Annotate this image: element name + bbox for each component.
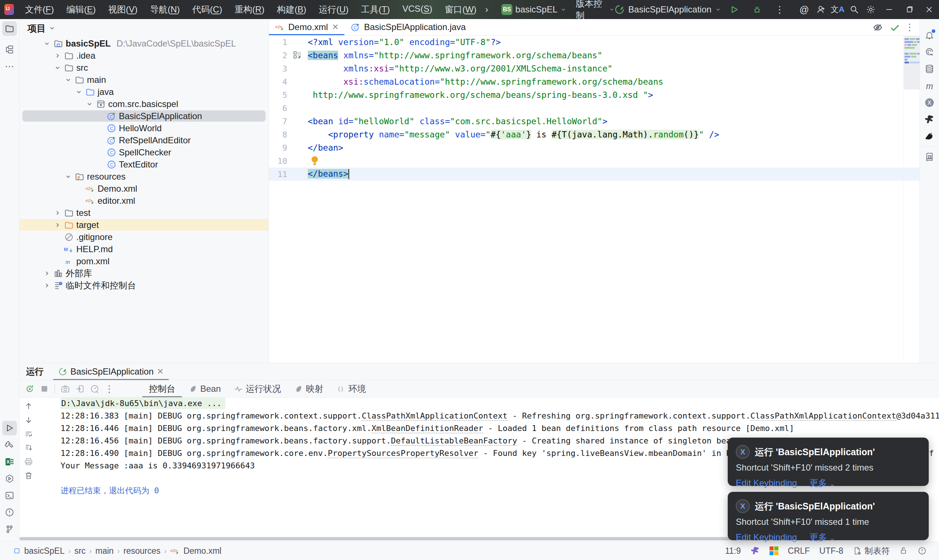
tree-item-.idea[interactable]: .idea xyxy=(19,49,268,62)
ai-assistant-button[interactable] xyxy=(922,45,937,59)
arrow-up-icon[interactable] xyxy=(24,402,33,411)
chevron-down-icon[interactable] xyxy=(85,100,94,108)
breadcrumb-item[interactable]: Demo.xml xyxy=(183,546,222,556)
console-class-link[interactable]: XmlBeanDefinitionReader xyxy=(372,424,483,433)
key-promoter-x-button[interactable]: X xyxy=(922,95,937,110)
close-icon[interactable]: ✕ xyxy=(157,367,163,376)
line-ending-widget[interactable]: CRLF xyxy=(788,546,810,556)
code-line-2[interactable]: 2<beans xmlns="http://www.springframewor… xyxy=(269,49,920,62)
tree-item-spellchecker[interactable]: CSpellChecker xyxy=(19,146,268,158)
commit-tool-button[interactable] xyxy=(2,42,17,57)
run-tool-button[interactable] xyxy=(2,421,17,435)
tree-item-test[interactable]: test xyxy=(19,207,268,219)
edit-keybinding-link[interactable]: Edit Keybinding xyxy=(736,532,797,542)
unlock-icon[interactable] xyxy=(899,546,908,555)
menu-item-1[interactable]: 编辑(E) xyxy=(61,2,101,17)
scroll-to-end-icon[interactable] xyxy=(24,443,33,452)
code-line-5[interactable]: 5 http://www.springframework.org/schema/… xyxy=(269,88,920,102)
gauge-button[interactable] xyxy=(87,382,102,396)
menu-overflow-chevron-icon[interactable]: › xyxy=(482,3,492,16)
hide-highlights-eye-icon[interactable] xyxy=(873,22,883,32)
chevron-right-icon[interactable] xyxy=(54,209,62,217)
camera-button[interactable] xyxy=(58,382,72,396)
database-button[interactable] xyxy=(922,62,937,76)
ai-at-button[interactable]: @ xyxy=(796,2,813,17)
project-widget[interactable]: BS basicSpEL xyxy=(501,4,566,15)
run-button[interactable] xyxy=(725,2,744,17)
tree-item-resources[interactable]: resources xyxy=(19,171,268,183)
menu-item-4[interactable]: 代码(C) xyxy=(187,2,227,17)
intention-bulb-icon[interactable] xyxy=(311,155,319,166)
print-icon[interactable] xyxy=(24,457,33,466)
code-line-1[interactable]: 1<?xml version="1.0" encoding="UTF-8"?> xyxy=(269,35,920,49)
chevron-down-icon[interactable] xyxy=(54,64,62,72)
more-link[interactable]: 更多 ⌄ xyxy=(809,531,835,543)
console-class-link[interactable]: DefaultListableBeanFactory xyxy=(391,436,517,446)
stop-button[interactable] xyxy=(37,382,52,396)
tree-item-basicspel[interactable]: basicSpELD:\JavaCode\SpEL\basicSpEL xyxy=(19,37,268,49)
code-line-8[interactable]: 8 <property name="message" value="#{'aaa… xyxy=(269,128,920,141)
code-line-4[interactable]: 4 xsi:schemaLocation="http://www.springf… xyxy=(269,75,920,88)
terminal-tool-button[interactable] xyxy=(2,488,17,503)
editor-tab-basicspelapplication.java[interactable]: CBasicSpElApplication.java xyxy=(344,19,472,35)
notifications-bell-button[interactable] xyxy=(922,28,937,43)
project-tool-button[interactable] xyxy=(2,21,17,36)
search-everywhere-button[interactable] xyxy=(846,2,863,17)
translation-plugin-button[interactable] xyxy=(922,112,937,127)
rerun-button[interactable] xyxy=(22,382,37,396)
tree-item--[interactable]: 临时文件和控制台 xyxy=(19,279,268,291)
breadcrumb-item[interactable]: main xyxy=(96,546,114,556)
menu-item-9[interactable]: VCS(S) xyxy=(397,2,437,17)
menu-item-7[interactable]: 运行(U) xyxy=(314,2,354,17)
editor-tabs-more-icon[interactable]: ⋮ xyxy=(905,22,914,33)
code-with-me-button[interactable] xyxy=(813,2,830,17)
no-problems-check-icon[interactable] xyxy=(890,22,900,33)
menu-item-8[interactable]: 工具(T) xyxy=(356,2,395,17)
translate-button[interactable]: 文A xyxy=(830,2,846,17)
console-class-link[interactable]: ClassPathXmlApplicationContext xyxy=(751,411,896,421)
menu-item-10[interactable]: 窗口(W) xyxy=(439,2,482,17)
edit-keybinding-link[interactable]: Edit Keybinding xyxy=(736,478,797,488)
settings-button[interactable] xyxy=(863,2,880,17)
code-editor[interactable]: 1<?xml version="1.0" encoding="UTF-8"?>2… xyxy=(269,35,920,363)
minimize-button[interactable] xyxy=(879,0,899,19)
menu-item-6[interactable]: 构建(B) xyxy=(272,2,311,17)
git-tool-button[interactable] xyxy=(2,522,17,537)
code-line-7[interactable]: 7<bean id="helloWorld" class="com.src.ba… xyxy=(269,115,920,128)
tree-item-demo.xml[interactable]: </>Demo.xml xyxy=(19,183,268,195)
tree-item-basicspelapplication[interactable]: CBasicSpElApplication xyxy=(19,110,268,122)
tree-item-help.md[interactable]: MHELP.md xyxy=(19,243,268,255)
breadcrumb-item[interactable]: resources xyxy=(123,546,161,556)
chevron-down-icon[interactable] xyxy=(49,25,56,32)
tree-item-texteditor[interactable]: CTextEditor xyxy=(19,158,268,171)
encoding-widget[interactable]: UTF-8 xyxy=(819,546,843,556)
more-actions-button[interactable]: ⋮ xyxy=(770,2,789,17)
close-icon[interactable]: ✕ xyxy=(332,22,339,32)
chevron-down-icon[interactable] xyxy=(64,76,72,84)
breadcrumb-item[interactable]: src xyxy=(74,546,86,556)
excel-plugin-button[interactable]: X xyxy=(2,454,17,469)
tree-item-pom.xml[interactable]: mpom.xml xyxy=(19,255,268,267)
dictionary-button[interactable]: A xyxy=(922,150,937,165)
console-class-link[interactable]: PropertySourcesPropertyResolver xyxy=(328,449,478,458)
view-tab-运行状况[interactable]: 运行状况 xyxy=(227,380,288,397)
spring-bean-gutter-icon[interactable] xyxy=(293,51,302,60)
clear-icon[interactable] xyxy=(24,471,33,480)
caret-position[interactable]: 11:9 xyxy=(725,546,741,556)
tree-item-.gitignore[interactable]: .gitignore xyxy=(19,231,268,243)
chevron-right-icon[interactable] xyxy=(43,282,51,289)
chevron-right-icon[interactable] xyxy=(43,269,51,277)
notification-toast[interactable]: X 运行 'BasicSpElApplication' Shortcut 'Sh… xyxy=(728,492,929,540)
view-tab-bean[interactable]: Bean xyxy=(182,380,227,397)
tree-item-main[interactable]: main xyxy=(19,74,268,86)
microsoft-icon[interactable] xyxy=(769,546,778,555)
attach-profiler-button[interactable] xyxy=(72,382,87,396)
menu-item-2[interactable]: 视图(V) xyxy=(103,2,143,17)
tree-item-refspellandeditor[interactable]: CRefSpellAndEditor xyxy=(19,134,268,146)
chevron-down-icon[interactable] xyxy=(75,88,83,96)
run-config-name[interactable]: BasicSpElApplication xyxy=(628,5,712,15)
services-tool-button[interactable] xyxy=(2,471,17,486)
build-tool-button[interactable] xyxy=(2,438,17,452)
maven-button[interactable]: m xyxy=(922,78,937,93)
bird-plugin-button[interactable] xyxy=(922,129,937,144)
